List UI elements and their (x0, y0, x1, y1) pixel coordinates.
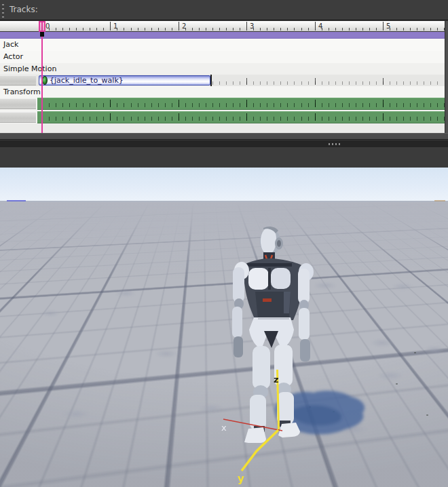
gizmo-axis-z-label: z (274, 374, 279, 385)
vertical-scrollbar[interactable] (445, 21, 448, 133)
keyframe-track-2-header-button[interactable] (0, 112, 36, 123)
tracks-panel-header[interactable]: Tracks: (0, 0, 448, 20)
keyframe-track-2[interactable] (37, 111, 445, 123)
ruler-number: 5 (383, 22, 390, 31)
track-label: Actor (3, 51, 23, 62)
clip-label: {jack_idle_to_walk} (50, 76, 124, 85)
gizmo-axis-y-line[interactable] (242, 430, 278, 471)
splitter-grip-icon (329, 143, 341, 145)
panel-title: Tracks: (10, 5, 38, 14)
panel-splitter[interactable] (0, 140, 448, 147)
transform-gizmo: z x y (0, 168, 448, 487)
gizmo-axis-x-line[interactable] (223, 419, 282, 431)
playhead-line[interactable] (41, 22, 43, 133)
track-row-transform[interactable]: Transform (0, 86, 445, 98)
track-label: Jack (3, 39, 18, 50)
viewport-3d[interactable]: z x y (0, 168, 448, 487)
ruler-number: 3 (246, 22, 254, 31)
track-row-simple-motion[interactable]: Simple Motion (0, 63, 445, 75)
playhead-range-nub[interactable] (40, 32, 44, 37)
empty-track-row (0, 123, 445, 133)
horizontal-scrollbar[interactable] (0, 133, 448, 140)
easing-ellipse-icon (42, 76, 48, 85)
keyframe-track-1-header-button[interactable] (0, 98, 36, 109)
timeline-ruler[interactable]: 0 1 2 3 4 5 (0, 21, 445, 32)
ruler-number: 1 (110, 22, 117, 31)
sequencer-window: Tracks: 0 1 2 3 4 5 Jack Actor Simple Mo… (0, 0, 448, 487)
keyframe-track-1[interactable] (37, 98, 445, 110)
keyframe-major-ticks (42, 100, 445, 107)
playhead-marker[interactable] (39, 21, 45, 32)
keyframe-major-ticks (42, 113, 445, 121)
panel-gap (0, 147, 448, 168)
track-label: Transform (3, 86, 41, 98)
ruler-number: 2 (179, 22, 186, 31)
panel-grip-icon[interactable] (2, 4, 4, 18)
animation-clip[interactable]: {jack_idle_to_walk} (39, 75, 210, 85)
gizmo-axis-y-label: y (238, 473, 244, 485)
track-row-actor[interactable]: Actor (0, 51, 445, 63)
track-row-jack[interactable]: Jack (0, 39, 445, 51)
clip-track-header-button[interactable] (0, 75, 36, 85)
playback-range-bar[interactable] (0, 32, 445, 39)
clip-end-marker[interactable] (210, 75, 212, 86)
track-label: Simple Motion (3, 63, 56, 75)
gizmo-axis-x-label: x (221, 423, 227, 433)
tracks-panel: Tracks: 0 1 2 3 4 5 Jack Actor Simple Mo… (0, 0, 448, 168)
ruler-number: 4 (315, 22, 322, 31)
